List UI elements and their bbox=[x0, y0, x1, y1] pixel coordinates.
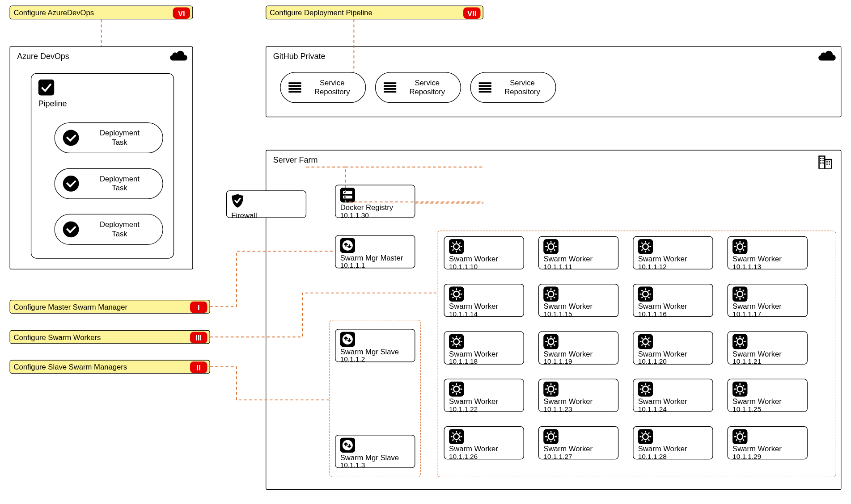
gear-icon bbox=[732, 382, 747, 396]
svg-line-62 bbox=[736, 249, 737, 251]
svg-line-130 bbox=[641, 338, 643, 339]
svg-line-92 bbox=[641, 297, 643, 298]
building-icon bbox=[818, 154, 835, 165]
check-circle-icon bbox=[63, 130, 79, 146]
svg-line-220 bbox=[736, 433, 737, 434]
gear-icon bbox=[732, 334, 747, 349]
svg-line-201 bbox=[554, 440, 555, 441]
node-ip: 10.1.1.12 bbox=[638, 263, 708, 271]
node-ip: 10.1.1.14 bbox=[449, 311, 519, 319]
swarm-worker-node: Swarm Worker 10.1.1.17 bbox=[728, 284, 808, 317]
node-ip: 10.1.1.28 bbox=[638, 454, 708, 461]
svg-line-202 bbox=[547, 440, 548, 441]
svg-line-203 bbox=[554, 433, 555, 434]
svg-rect-0 bbox=[38, 80, 55, 96]
svg-line-142 bbox=[736, 344, 737, 346]
swarm-worker-node: Swarm Worker 10.1.1.11 bbox=[538, 236, 618, 269]
svg-line-160 bbox=[547, 385, 548, 386]
gear-icon bbox=[732, 239, 747, 254]
svg-line-112 bbox=[453, 344, 454, 346]
node-ip: 10.1.1.15 bbox=[543, 311, 613, 319]
github-private-container: GitHub Private Service Repository Servic… bbox=[266, 46, 841, 118]
azure-devops-container: Azure DevOps Pipeline Deployment Task De… bbox=[10, 46, 193, 270]
step-label: Configure Master Swarm Manager bbox=[13, 302, 127, 311]
gear-icon bbox=[638, 287, 653, 302]
svg-rect-11 bbox=[826, 164, 828, 165]
step-configure-slave-swarm-managers: Configure Slave Swarm Managers II bbox=[10, 360, 210, 374]
node-title: Swarm Worker bbox=[449, 255, 519, 263]
node-ip: 10.1.1.16 bbox=[638, 311, 708, 319]
node-ip: 10.1.1.29 bbox=[732, 454, 802, 461]
docker-registry-node: Docker Registry 10.1.1.30 bbox=[335, 185, 415, 218]
shield-check-icon bbox=[231, 193, 244, 208]
svg-line-163 bbox=[554, 385, 555, 386]
gear-icon bbox=[543, 287, 558, 302]
transfer-icon bbox=[340, 438, 355, 453]
task-label: Deployment Task bbox=[85, 175, 154, 193]
gear-icon bbox=[449, 287, 464, 302]
node-title: Swarm Worker bbox=[543, 445, 613, 453]
svg-line-90 bbox=[641, 290, 643, 291]
svg-rect-6 bbox=[822, 160, 824, 161]
swarm-worker-node: Swarm Worker 10.1.1.27 bbox=[538, 426, 618, 459]
svg-line-190 bbox=[453, 433, 454, 434]
svg-line-140 bbox=[736, 338, 737, 339]
svg-line-170 bbox=[641, 385, 643, 386]
svg-line-72 bbox=[453, 297, 454, 298]
node-ip: 10.1.1.26 bbox=[449, 454, 519, 461]
node-ip: 10.1.1.27 bbox=[543, 454, 613, 461]
node-ip: 10.1.1.2 bbox=[340, 356, 410, 364]
node-title: Swarm Worker bbox=[638, 445, 708, 453]
svg-rect-3 bbox=[820, 158, 821, 159]
check-circle-icon bbox=[63, 221, 79, 237]
svg-line-101 bbox=[743, 297, 744, 298]
svg-rect-9 bbox=[826, 161, 828, 163]
gear-icon bbox=[638, 239, 653, 254]
step-badge: III bbox=[190, 332, 207, 344]
swarm-worker-node: Swarm Worker 10.1.1.28 bbox=[633, 426, 713, 459]
repo-label: Service Repository bbox=[307, 79, 357, 97]
node-ip: 10.1.1.23 bbox=[543, 406, 613, 413]
swarm-worker-node: Swarm Worker 10.1.1.15 bbox=[538, 284, 618, 317]
svg-line-141 bbox=[743, 344, 744, 346]
node-title: Swarm Worker bbox=[543, 255, 613, 263]
node-title: Swarm Worker bbox=[543, 398, 613, 406]
step-label: Configure Slave Swarm Managers bbox=[13, 362, 127, 371]
swarm-worker-node: Swarm Worker 10.1.1.18 bbox=[444, 331, 524, 364]
svg-line-100 bbox=[736, 290, 737, 291]
cloud-icon bbox=[818, 50, 835, 62]
svg-line-122 bbox=[547, 344, 548, 346]
swarm-worker-node: Swarm Worker 10.1.1.19 bbox=[538, 331, 618, 364]
pipeline-title: Pipeline bbox=[38, 99, 67, 108]
svg-rect-5 bbox=[820, 160, 821, 161]
node-ip: 10.1.1.22 bbox=[449, 406, 519, 413]
svg-line-103 bbox=[743, 290, 744, 291]
svg-line-111 bbox=[459, 344, 461, 346]
svg-line-180 bbox=[736, 385, 737, 386]
svg-line-63 bbox=[743, 243, 744, 244]
menu-lines-icon bbox=[288, 82, 301, 92]
svg-line-131 bbox=[648, 344, 650, 346]
pipeline-box: Pipeline Deployment Task Deployment Task… bbox=[31, 73, 174, 259]
node-ip: 10.1.1.18 bbox=[449, 358, 519, 366]
svg-line-93 bbox=[648, 290, 650, 291]
svg-line-80 bbox=[547, 290, 548, 291]
swarm-worker-node: Swarm Worker 10.1.1.29 bbox=[728, 426, 808, 459]
svg-line-52 bbox=[641, 249, 643, 251]
svg-rect-8 bbox=[822, 163, 824, 164]
svg-line-182 bbox=[736, 392, 737, 393]
node-title: Swarm Worker bbox=[638, 302, 708, 311]
task-label: Deployment Task bbox=[85, 129, 154, 147]
step-label: Configure Swarm Workers bbox=[13, 333, 101, 341]
svg-line-123 bbox=[554, 338, 555, 339]
deployment-task-3: Deployment Task bbox=[54, 214, 163, 245]
gear-icon bbox=[638, 429, 653, 444]
transfer-icon bbox=[340, 238, 355, 253]
node-title: Swarm Worker bbox=[732, 255, 802, 263]
gear-icon bbox=[543, 429, 558, 444]
task-label: Deployment Task bbox=[85, 220, 154, 238]
svg-line-51 bbox=[648, 249, 650, 251]
svg-point-19 bbox=[343, 240, 353, 251]
svg-line-193 bbox=[459, 433, 461, 434]
gear-icon bbox=[543, 382, 558, 396]
